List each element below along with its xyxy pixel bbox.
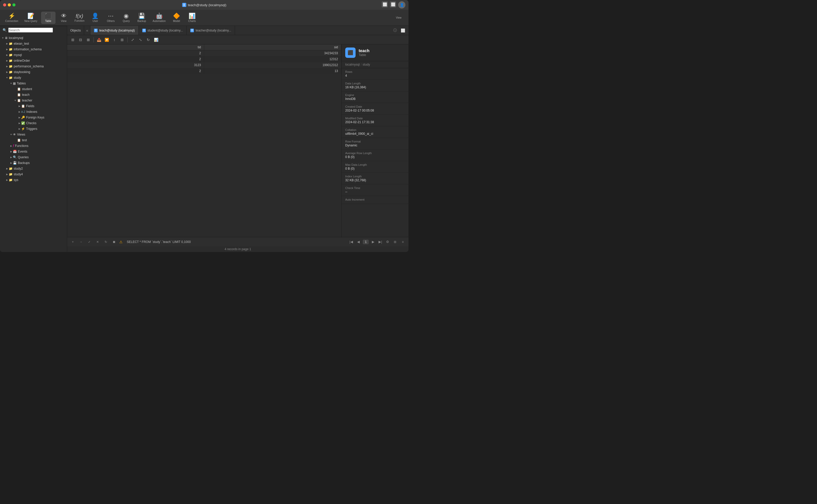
- sidebar-item-events[interactable]: ▶ 📅 Events: [0, 149, 67, 154]
- collapse-button[interactable]: ⤡: [137, 36, 144, 43]
- charts-icon: 📊: [188, 13, 195, 19]
- sidebar-item-localmysql[interactable]: ▼ 🖥 localmysql: [0, 35, 67, 41]
- maximize-button[interactable]: [12, 3, 15, 6]
- sidebar-item-ebean-test[interactable]: ▶ 📁 ebean_test: [0, 41, 67, 46]
- sidebar-item-information-schema[interactable]: ▶ 📁 information_schema: [0, 46, 67, 52]
- sidebar-item-staybooking[interactable]: ▶ 📁 staybooking: [0, 69, 67, 75]
- refresh-button[interactable]: ↻: [145, 36, 152, 43]
- connection-label: Connection: [5, 20, 18, 22]
- column-sid[interactable]: sid: [204, 44, 341, 50]
- table-row[interactable]: 3123199012312: [67, 62, 341, 68]
- sidebar: 🔍 ▼ 🖥 localmysql ▶ 📁 ebean_test: [0, 26, 67, 252]
- sidebar-item-functions[interactable]: ▶ f Functions: [0, 143, 67, 149]
- sidebar-item-queries[interactable]: ▶ 🔍 Queries: [0, 154, 67, 160]
- info-row-row-format: Row Format Dynamic: [342, 138, 409, 149]
- sidebar-item-test-view[interactable]: 📋 test: [0, 137, 67, 143]
- sidebar-item-mysql[interactable]: ▶ 📁 mysql: [0, 52, 67, 58]
- copy-row-button[interactable]: ⊟: [77, 36, 84, 43]
- avatar[interactable]: 👤: [398, 1, 405, 9]
- toolbar-connection[interactable]: ⚡ Connection: [3, 12, 21, 24]
- sidebar-item-indexes[interactable]: ▶ A-Z Indexes: [0, 109, 67, 115]
- results-table: tid sid 2342342332123123123199012312213: [67, 44, 341, 74]
- tab-student-study[interactable]: 🗄 student@study (localmy...: [139, 26, 187, 35]
- sidebar-item-tables[interactable]: ▼ ▦ Tables: [0, 81, 67, 86]
- sidebar-item-study4[interactable]: ▶ 📁 study4: [0, 171, 67, 177]
- expand-arrow: ▶: [9, 150, 13, 153]
- user-icon: 👤: [92, 13, 99, 19]
- split-button[interactable]: ⬜: [400, 27, 406, 34]
- search-input[interactable]: [8, 28, 53, 33]
- toolbar-function[interactable]: f(x) Function: [72, 12, 87, 24]
- toolbar-model[interactable]: 🔶 Model: [169, 12, 184, 24]
- list-btn[interactable]: ≡: [400, 239, 406, 245]
- sidebar-item-study2[interactable]: ▶ 📁 study2: [0, 166, 67, 171]
- minus-btn[interactable]: −: [78, 239, 84, 245]
- refresh-btn[interactable]: ↻: [103, 239, 109, 245]
- grid-btn[interactable]: ⊞: [392, 239, 398, 245]
- panel-toggle-button[interactable]: ⬜: [390, 1, 396, 7]
- close-btn[interactable]: ✕: [95, 239, 101, 245]
- index-length-value: 32 KB (32,768): [345, 178, 405, 182]
- toolbar-view-right[interactable]: View: [391, 15, 406, 21]
- collapse-sidebar-button[interactable]: «: [84, 26, 91, 35]
- sidebar-item-study[interactable]: ▼ 📁 study: [0, 75, 67, 81]
- toolbar-view[interactable]: 👁 View: [57, 12, 71, 24]
- current-page[interactable]: 1: [363, 240, 369, 244]
- toolbar-query[interactable]: ◉ Query: [119, 12, 133, 24]
- first-page-button[interactable]: |◀: [348, 239, 354, 245]
- next-page-button[interactable]: ▶: [370, 239, 376, 245]
- toolbar-backup[interactable]: 💾 Backup: [135, 12, 149, 24]
- data-length-label: Data Length: [345, 82, 405, 85]
- close-button[interactable]: [3, 3, 6, 6]
- export-button[interactable]: 📤: [95, 36, 103, 43]
- prev-page-button[interactable]: ◀: [356, 239, 361, 245]
- table-row[interactable]: 213: [67, 68, 341, 74]
- delete-row-button[interactable]: ⊠: [85, 36, 92, 43]
- sidebar-item-checks[interactable]: ▶ ✅ Checks: [0, 120, 67, 126]
- sort-button[interactable]: ↕: [111, 36, 118, 43]
- view-icon: 👁: [61, 13, 67, 19]
- add-btn[interactable]: +: [70, 239, 76, 245]
- minimize-button[interactable]: [8, 3, 11, 6]
- objects-button[interactable]: Objects: [67, 26, 84, 35]
- sidebar-item-views[interactable]: ▼ 👁 Views: [0, 132, 67, 137]
- sidebar-item-student[interactable]: 📋 student: [0, 86, 67, 92]
- last-page-button[interactable]: ▶|: [378, 239, 383, 245]
- sidebar-item-foreign-keys[interactable]: ▶ 🔑 Foreign Keys: [0, 115, 67, 120]
- expand-arrow: ▶: [5, 42, 9, 45]
- toolbar-automation[interactable]: 🤖 Automation: [150, 12, 168, 24]
- page-settings-button[interactable]: ⚙: [385, 239, 390, 245]
- toolbar-charts[interactable]: 📊 Charts: [185, 12, 199, 24]
- filter-button[interactable]: 🔽: [103, 36, 110, 43]
- checks-icon: ✅: [21, 121, 25, 125]
- sidebar-item-backups[interactable]: ▶ 💾 Backups: [0, 160, 67, 166]
- fields-icon: 📋: [21, 104, 25, 108]
- sidebar-item-fields[interactable]: ▶ 📋 Fields: [0, 103, 67, 109]
- sidebar-item-teach[interactable]: 📋 teach: [0, 92, 67, 98]
- sidebar-item-triggers[interactable]: ▶ ⚡ Triggers: [0, 126, 67, 132]
- sidebar-toggle-button[interactable]: ⬜: [382, 1, 388, 7]
- tab-teacher-study[interactable]: 🗄 teacher@study (localmy...: [187, 26, 235, 35]
- toolbar-user[interactable]: 👤 User: [88, 12, 103, 24]
- toolbar-table[interactable]: ⬛ Table: [41, 12, 56, 24]
- sidebar-item-onlineorder[interactable]: ▶ 📁 onlineOrder: [0, 58, 67, 64]
- toolbar-new-query[interactable]: 📝 New Query: [22, 12, 40, 24]
- add-row-button[interactable]: ⊞: [69, 36, 76, 43]
- sidebar-item-sys[interactable]: ▶ 📁 sys: [0, 177, 67, 183]
- grid-view-button[interactable]: ⊞: [119, 36, 126, 43]
- table-row[interactable]: 212312: [67, 56, 341, 62]
- expand-button[interactable]: ⤢: [129, 36, 136, 43]
- info-button[interactable]: ⓘ: [392, 27, 398, 34]
- chart-button[interactable]: 📊: [152, 36, 160, 43]
- check-btn[interactable]: ✓: [86, 239, 92, 245]
- toolbar-others[interactable]: ⋯ Others: [104, 12, 118, 24]
- stop-btn[interactable]: ⏹: [111, 239, 117, 245]
- db-icon: 📁: [9, 70, 13, 74]
- db-icon: 📁: [9, 65, 13, 68]
- sidebar-item-performance-schema[interactable]: ▶ 📁 performance_schema: [0, 64, 67, 69]
- table-row[interactable]: 234234233: [67, 50, 341, 56]
- tab-teach-study[interactable]: 🗄 teach@study (localmysql): [90, 26, 139, 35]
- sidebar-item-teacher[interactable]: ▼ 📋 teacher: [0, 98, 67, 103]
- column-tid[interactable]: tid: [67, 44, 204, 50]
- expand-arrow: ▶: [18, 128, 21, 130]
